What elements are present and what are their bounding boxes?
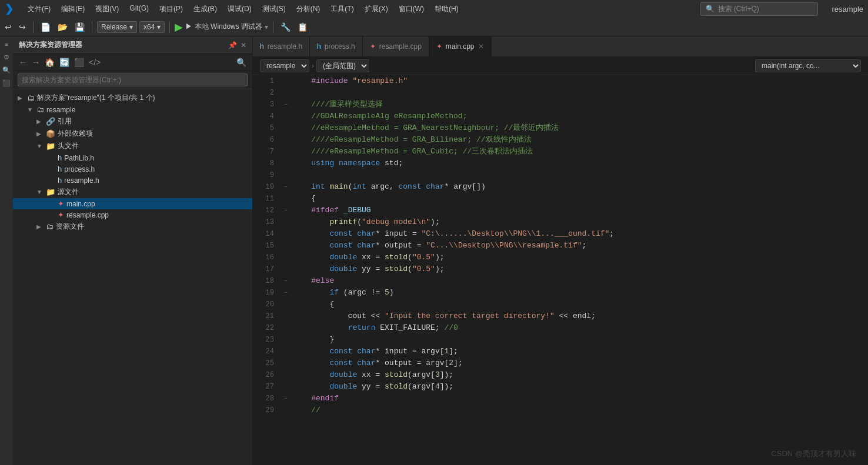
fold-indicator xyxy=(281,369,291,381)
new-file-button[interactable]: 📄 xyxy=(38,21,53,33)
tree-process-h[interactable]: h process.h xyxy=(13,163,252,175)
config-dropdown-arrow: ▾ xyxy=(129,23,133,31)
menu-extensions[interactable]: 扩展(X) xyxy=(360,3,393,15)
chevron-icon: ▶ xyxy=(18,95,27,101)
tab-main-cpp[interactable]: ✦ main.cpp ✕ xyxy=(429,36,492,56)
menu-build[interactable]: 生成(B) xyxy=(189,3,222,15)
fold-indicator xyxy=(281,111,291,122)
fold-indicator[interactable]: − xyxy=(281,205,291,216)
code-line: 25 const char* output = argv[2]; xyxy=(253,357,868,369)
tree-solution-root[interactable]: ▶ 🗂 解决方案"resample"(1 个项目/共 1 个) xyxy=(13,92,252,104)
tree-external-deps[interactable]: ▶ 📦 外部依赖项 xyxy=(13,128,252,140)
menu-test[interactable]: 测试(S) xyxy=(258,3,291,15)
code-content: } xyxy=(291,334,868,346)
activity-icon-4[interactable]: ⬛ xyxy=(1,78,12,88)
menu-window[interactable]: 窗口(W) xyxy=(394,3,429,15)
sidebar-search-container xyxy=(13,71,252,89)
fold-indicator[interactable]: − xyxy=(281,275,291,287)
undo-button[interactable]: ↩ xyxy=(2,21,14,33)
tree-headers[interactable]: ▼ 📁 头文件 xyxy=(13,140,252,152)
code-line: 9 xyxy=(253,169,868,181)
code-editor[interactable]: 1 #include "resample.h"23− ////重采样类型选择4 … xyxy=(253,75,868,465)
menu-help[interactable]: 帮助(H) xyxy=(430,3,463,15)
menu-debug[interactable]: 调试(D) xyxy=(223,3,256,15)
sidebar-close-icon[interactable]: ✕ xyxy=(241,41,246,49)
sidebar-forward-btn[interactable]: → xyxy=(31,56,41,68)
line-number: 18 xyxy=(253,275,281,287)
code-line: 21 cout << "Input the correct target dir… xyxy=(253,310,868,322)
sidebar-back-btn[interactable]: ← xyxy=(18,56,28,68)
run-label: ▶ 本地 Windows 调试器 xyxy=(185,22,262,32)
menu-project[interactable]: 项目(P) xyxy=(155,3,188,15)
breadcrumb-file-select[interactable]: resample xyxy=(260,59,309,72)
sidebar-refresh-btn[interactable]: 🔄 xyxy=(58,56,71,68)
line-number: 15 xyxy=(253,240,281,252)
tab-resample-cpp[interactable]: ✦ resample.cpp xyxy=(363,36,429,56)
chevron-right-icon2: ▶ xyxy=(36,131,46,137)
sidebar-pin-icon[interactable]: 📌 xyxy=(228,41,237,49)
tab-process-h[interactable]: h process.h xyxy=(310,36,363,56)
menu-git[interactable]: Git(G) xyxy=(125,3,153,15)
tree-resources[interactable]: ▶ 🗂 资源文件 xyxy=(13,220,252,233)
line-number: 10 xyxy=(253,181,281,193)
fold-indicator[interactable]: − xyxy=(281,99,291,111)
menu-view[interactable]: 视图(V) xyxy=(91,3,123,15)
sidebar-search-input[interactable] xyxy=(18,73,248,86)
open-button[interactable]: 📂 xyxy=(55,21,70,33)
run-icon: ▶ xyxy=(175,21,183,34)
headers-label: 头文件 xyxy=(58,141,79,151)
breadcrumb-scope-select[interactable]: (全局范围) xyxy=(316,59,369,72)
line-number: 12 xyxy=(253,205,281,216)
tree-references[interactable]: ▶ 🔗 引用 xyxy=(13,115,252,128)
menu-analyze[interactable]: 分析(N) xyxy=(292,3,325,15)
activity-icon-2[interactable]: ⚙ xyxy=(1,52,12,62)
resources-folder-icon: 🗂 xyxy=(46,222,54,231)
code-content: ////重采样类型选择 xyxy=(291,99,868,111)
run-button[interactable]: ▶ ▶ 本地 Windows 调试器 ▾ xyxy=(175,21,268,34)
fold-indicator xyxy=(281,334,291,346)
redo-button[interactable]: ↪ xyxy=(16,21,28,33)
line-number: 4 xyxy=(253,111,281,122)
sidebar-home-btn[interactable]: 🏠 xyxy=(44,56,56,68)
menu-tools[interactable]: 工具(T) xyxy=(326,3,358,15)
menu-file[interactable]: 文件(F) xyxy=(23,3,55,15)
toolbar-extra-2[interactable]: 📋 xyxy=(295,21,310,33)
code-line: 19− if (argc != 5) xyxy=(253,287,868,299)
tab-close-main-cpp[interactable]: ✕ xyxy=(478,42,484,51)
sidebar-header: 解决方案资源管理器 📌 ✕ xyxy=(13,36,252,54)
toolbar-extra-1[interactable]: 🔧 xyxy=(278,21,293,33)
code-content: const char* input = "C:\......\Desktop\\… xyxy=(291,228,868,240)
code-line: 20 { xyxy=(253,299,868,310)
tree-resample-project[interactable]: ▼ 🗂 resample xyxy=(13,104,252,115)
line-number: 24 xyxy=(253,346,281,357)
platform-dropdown[interactable]: x64 ▾ xyxy=(139,21,165,33)
sidebar-expand-btn[interactable]: ⬛ xyxy=(73,56,85,68)
sidebar-code-btn[interactable]: </> xyxy=(88,56,102,68)
title-search-box[interactable]: 🔍 搜索 (Ctrl+Q) xyxy=(700,2,818,16)
fold-indicator[interactable]: − xyxy=(281,393,291,404)
code-content: #endif xyxy=(291,393,868,404)
code-content: const char* output = argv[2]; xyxy=(291,357,868,369)
breadcrumb-func-select[interactable]: main(int argc, co... xyxy=(755,59,861,72)
config-dropdown[interactable]: Release ▾ xyxy=(97,21,137,33)
line-number: 28 xyxy=(253,393,281,404)
menu-edit[interactable]: 编辑(E) xyxy=(56,3,89,15)
fold-indicator[interactable]: − xyxy=(281,287,291,299)
fold-indicator[interactable]: − xyxy=(281,181,291,193)
tree-sources[interactable]: ▼ 📁 源文件 xyxy=(13,186,252,198)
activity-icon-3[interactable]: 🔍 xyxy=(1,65,12,75)
tab-resample-h[interactable]: h resample.h xyxy=(253,36,310,56)
save-button[interactable]: 💾 xyxy=(72,21,87,33)
code-line: 1 #include "resample.h" xyxy=(253,75,868,87)
tree-pathlib-h[interactable]: h PathLib.h xyxy=(13,152,252,163)
tree-main-cpp[interactable]: ✦ main.cpp xyxy=(13,198,252,209)
tree-resample-cpp[interactable]: ✦ resample.cpp xyxy=(13,209,252,220)
code-content: { xyxy=(291,193,868,205)
editor-area: h resample.h h process.h ✦ resample.cpp … xyxy=(253,36,868,465)
window-title: resample xyxy=(832,5,863,14)
sidebar-search-btn[interactable]: 🔍 xyxy=(235,56,248,68)
activity-icon-1[interactable]: ≡ xyxy=(1,39,12,49)
tree-resample-h[interactable]: h resample.h xyxy=(13,175,252,186)
code-line: 22 return EXIT_FAILURE; //0 xyxy=(253,322,868,334)
h-file-icon-1: h xyxy=(58,153,62,162)
